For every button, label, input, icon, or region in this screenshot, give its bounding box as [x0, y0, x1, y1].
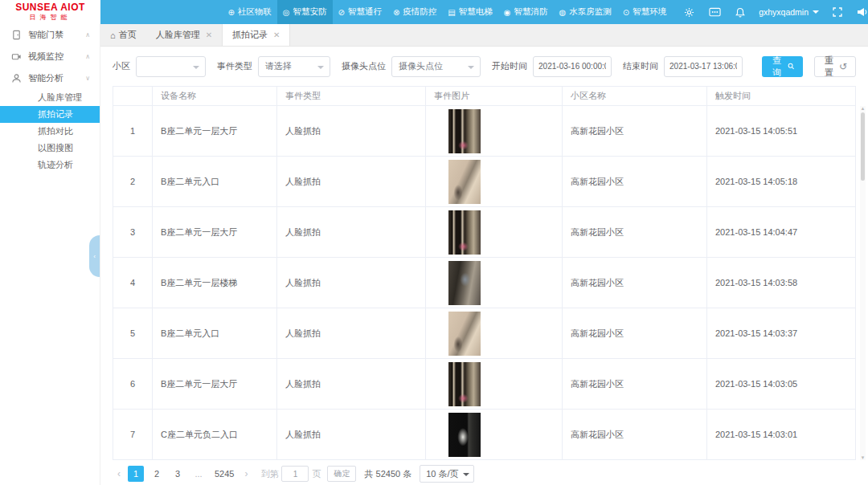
- event-snapshot[interactable]: [448, 413, 481, 457]
- sidebar-item-label: 视频监控: [28, 51, 63, 63]
- event-snapshot[interactable]: [448, 362, 481, 406]
- nav-item-community-iot[interactable]: ⊕ 社区物联: [222, 0, 276, 24]
- trigger-time-cell: 2021-03-15 14:03:58: [707, 258, 856, 308]
- search-button[interactable]: 查询: [762, 56, 803, 77]
- top-toolbar: gxhyxqadmin: [672, 0, 868, 24]
- fullscreen-icon[interactable]: [825, 0, 850, 24]
- device-name-cell: B座二单元一层大厅: [153, 106, 277, 157]
- reset-button[interactable]: 重置 ↺: [814, 56, 856, 77]
- nav-item-pump-room[interactable]: ◍ 水泵房监测: [554, 0, 617, 24]
- nav-item-access[interactable]: ⊘ 智慧通行: [333, 0, 387, 24]
- sidebar-item-capture-records[interactable]: 抓拍记录: [0, 106, 100, 123]
- community-cell: 高新花园小区: [563, 359, 707, 410]
- table-row: 1 B座二单元一层大厅 人脸抓拍 高新花园小区 2021-03-15 14:05…: [113, 106, 856, 157]
- nav-label: 智慧安防: [293, 6, 327, 18]
- event-snapshot[interactable]: [448, 109, 481, 153]
- event-image-cell: [426, 258, 563, 308]
- tab-label: 抓拍记录: [232, 29, 268, 41]
- scroll-up-icon[interactable]: ▲: [860, 106, 866, 111]
- event-snapshot[interactable]: [448, 261, 481, 305]
- top-menu: ⊕ 社区物联 ◎ 智慧安防 ⊘ 智慧通行 ⊗ 疫情防控 ▤ 智慧电梯 ◉ 智慧消…: [222, 0, 672, 24]
- goto-suffix: 页: [312, 468, 321, 480]
- camera-select[interactable]: 摄像头点位: [391, 56, 481, 77]
- user-menu[interactable]: gxhyxqadmin: [752, 7, 825, 17]
- brand-name-cn: 日海智能: [30, 14, 72, 22]
- device-name-cell: B座二单元入口: [153, 157, 277, 207]
- announcement-icon[interactable]: [850, 0, 868, 24]
- door-icon: [11, 30, 22, 40]
- reset-button-label: 重置: [823, 55, 835, 79]
- event-type-select[interactable]: 请选择: [258, 56, 330, 77]
- event-image-cell: [426, 106, 563, 157]
- community-select[interactable]: [136, 56, 206, 77]
- message-card-icon[interactable]: [702, 0, 728, 24]
- page-ellipsis: ...: [190, 466, 207, 482]
- scrollbar-thumb[interactable]: [861, 112, 865, 181]
- settings-icon[interactable]: [677, 0, 702, 24]
- nav-item-fire[interactable]: ◉ 智慧消防: [498, 0, 554, 24]
- sidebar-item-image-search[interactable]: 以图搜图: [0, 140, 100, 157]
- page-1[interactable]: 1: [128, 466, 144, 482]
- close-icon[interactable]: ✕: [206, 31, 212, 39]
- bell-icon[interactable]: [728, 0, 752, 24]
- row-index: 1: [113, 106, 153, 157]
- page-last[interactable]: 5245: [211, 466, 237, 482]
- nav-item-security[interactable]: ◎ 智慧安防: [277, 0, 333, 24]
- start-time-label: 开始时间: [492, 60, 527, 72]
- col-index: [113, 86, 153, 106]
- sidebar-collapse-handle[interactable]: ‹: [89, 235, 100, 277]
- event-snapshot[interactable]: [448, 160, 481, 204]
- home-icon: ⌂: [110, 31, 116, 40]
- chevron-down-icon: [463, 473, 469, 476]
- page-2[interactable]: 2: [149, 466, 165, 482]
- goto-page-input[interactable]: [281, 466, 309, 482]
- device-name-cell: B座二单元一层大厅: [153, 359, 277, 410]
- sidebar-item-smart-analysis[interactable]: 智能分析 ∨: [0, 67, 100, 89]
- table-row: 4 B座二单元一层楼梯 人脸抓拍 高新花园小区 2021-03-15 14:03…: [113, 258, 856, 308]
- event-snapshot[interactable]: [448, 312, 481, 356]
- row-index: 3: [113, 207, 153, 258]
- event-type-cell: 人脸抓拍: [277, 308, 426, 359]
- event-image-cell: [426, 207, 563, 258]
- sidebar-item-face-library[interactable]: 人脸库管理: [0, 89, 100, 106]
- prev-page-icon[interactable]: ‹: [113, 468, 125, 479]
- chevron-left-icon: ‹: [93, 253, 96, 260]
- end-time-input[interactable]: [664, 56, 743, 77]
- nav-item-epidemic[interactable]: ⊗ 疫情防控: [387, 0, 442, 24]
- start-time-input[interactable]: [533, 56, 612, 77]
- community-cell: 高新花园小区: [563, 308, 707, 359]
- camera-label: 摄像头点位: [342, 60, 386, 72]
- table-scrollbar[interactable]: ▲ ▼: [860, 106, 866, 460]
- event-image-cell: [426, 308, 563, 359]
- tab-face-library[interactable]: 人脸库管理 ✕: [146, 24, 222, 46]
- chevron-down-icon: [468, 66, 474, 69]
- nav-item-environment[interactable]: ⊙ 智慧环境: [617, 0, 672, 24]
- row-index: 7: [113, 410, 153, 460]
- fire-icon: ◉: [504, 8, 511, 17]
- reset-icon: ↺: [839, 61, 847, 72]
- username: gxhyxqadmin: [759, 7, 809, 17]
- pump-icon: ◍: [559, 8, 567, 17]
- nav-item-elevator[interactable]: ▤ 智慧电梯: [442, 0, 497, 24]
- sidebar-item-trajectory[interactable]: 轨迹分析: [0, 157, 100, 173]
- sidebar-item-door-access[interactable]: 智能门禁 ∧: [0, 24, 100, 46]
- goto-confirm-button[interactable]: 确定: [327, 466, 356, 482]
- search-button-label: 查询: [770, 55, 784, 79]
- page-size-value: 10 条/页: [426, 468, 458, 480]
- sidebar-item-capture-compare[interactable]: 抓拍对比: [0, 123, 100, 140]
- event-type-cell: 人脸抓拍: [277, 157, 426, 207]
- event-image-cell: [426, 359, 563, 410]
- tab-capture-records[interactable]: 抓拍记录 ✕: [222, 24, 290, 46]
- close-icon[interactable]: ✕: [273, 31, 280, 39]
- page-3[interactable]: 3: [170, 466, 186, 482]
- page-size-select[interactable]: 10 条/页: [420, 465, 473, 483]
- sidebar-item-video-monitor[interactable]: 视频监控 ∧: [0, 46, 100, 67]
- col-device-name: 设备名称: [153, 86, 277, 106]
- next-page-icon[interactable]: ›: [240, 468, 252, 479]
- total-count: 共 52450 条: [364, 468, 411, 480]
- chevron-down-icon: [317, 66, 324, 69]
- scroll-down-icon[interactable]: ▼: [860, 455, 866, 460]
- community-label: 小区: [113, 60, 130, 72]
- event-snapshot[interactable]: [448, 210, 481, 255]
- tab-home[interactable]: ⌂ 首页: [100, 24, 146, 46]
